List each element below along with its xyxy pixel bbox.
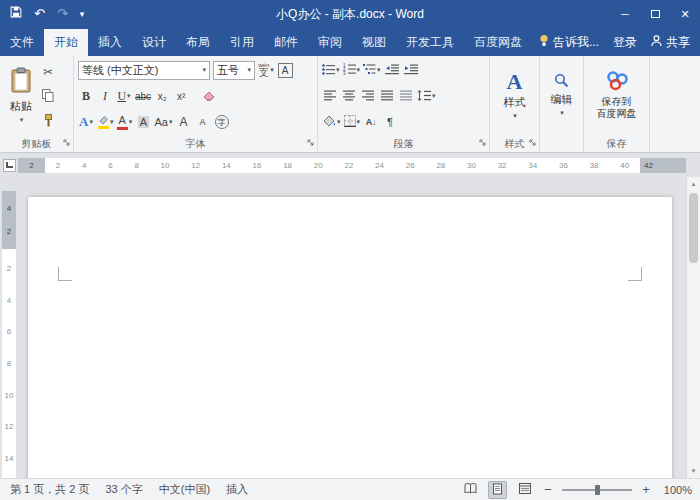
tab-审阅[interactable]: 审阅: [308, 29, 352, 56]
italic-button[interactable]: I: [97, 86, 113, 107]
font-color-dropdown-icon[interactable]: ▾: [129, 118, 133, 126]
character-border-button[interactable]: A: [277, 60, 293, 81]
font-name-dropdown-icon[interactable]: ▾: [202, 66, 206, 74]
bullets-button[interactable]: ▾: [322, 60, 340, 81]
paragraph-dialog-launcher[interactable]: [479, 136, 486, 150]
borders-dropdown-icon[interactable]: ▾: [357, 118, 361, 126]
styles-dropdown-icon[interactable]: ▾: [513, 112, 517, 120]
editing-dropdown-icon[interactable]: ▾: [560, 109, 564, 117]
font-size-dropdown-icon[interactable]: ▾: [247, 66, 251, 74]
align-center-button[interactable]: [341, 86, 357, 107]
grow-font-button[interactable]: A: [176, 112, 192, 133]
editing-button[interactable]: 编辑 ▾: [542, 57, 581, 133]
read-mode-button[interactable]: [461, 481, 480, 499]
word-count[interactable]: 33 个字: [105, 482, 142, 497]
font-name-combo[interactable]: 等线 (中文正文) ▾: [78, 61, 210, 80]
text-effects-dropdown-icon[interactable]: ▾: [89, 118, 93, 126]
bold-button[interactable]: B: [78, 86, 94, 107]
zoom-in-button[interactable]: +: [640, 482, 652, 497]
zoom-level[interactable]: 100%: [660, 484, 692, 496]
show-hide-marks-button[interactable]: ¶: [382, 112, 398, 133]
save-to-baidu-button[interactable]: 保存到 百度网盘: [586, 57, 647, 133]
scrollbar-thumb[interactable]: [689, 193, 698, 263]
scroll-up-button[interactable]: ▲: [687, 177, 700, 191]
underline-dropdown-icon[interactable]: ▾: [127, 92, 131, 100]
subscript-button[interactable]: x₂: [154, 86, 170, 107]
tell-me-button[interactable]: 告诉我...: [539, 34, 599, 51]
styles-button[interactable]: A 样式 ▾: [492, 57, 537, 133]
redo-icon[interactable]: ↷: [57, 0, 68, 28]
clear-formatting-button[interactable]: [200, 86, 216, 107]
font-dialog-launcher[interactable]: [307, 136, 314, 150]
save-icon[interactable]: [10, 0, 22, 28]
copy-button[interactable]: [40, 86, 56, 107]
paste-button[interactable]: 粘贴 ▾: [2, 57, 40, 133]
tab-设计[interactable]: 设计: [132, 29, 176, 56]
change-case-dropdown-icon[interactable]: ▾: [169, 118, 173, 126]
tab-开始[interactable]: 开始: [44, 29, 88, 56]
scroll-down-button[interactable]: ▼: [687, 464, 700, 478]
tab-邮件[interactable]: 邮件: [264, 29, 308, 56]
tab-百度网盘[interactable]: 百度网盘: [464, 29, 532, 56]
tab-视图[interactable]: 视图: [352, 29, 396, 56]
zoom-out-button[interactable]: −: [542, 482, 554, 497]
phonetic-guide-button[interactable]: wén 文 ▾: [258, 60, 274, 81]
print-layout-button[interactable]: [488, 481, 507, 499]
clipboard-dialog-launcher[interactable]: [63, 136, 70, 150]
align-right-button[interactable]: [360, 86, 376, 107]
text-effects-button[interactable]: A ▾: [78, 112, 94, 133]
tab-引用[interactable]: 引用: [220, 29, 264, 56]
underline-button[interactable]: U ▾: [116, 86, 132, 107]
increase-indent-button[interactable]: [403, 60, 419, 81]
language-indicator[interactable]: 中文(中国): [159, 482, 210, 497]
qat-customize-icon[interactable]: ▾: [80, 0, 85, 28]
page-indicator[interactable]: 第 1 页，共 2 页: [10, 482, 89, 497]
distribute-button[interactable]: [398, 86, 414, 107]
align-left-button[interactable]: [322, 86, 338, 107]
maximize-button[interactable]: [640, 0, 670, 28]
line-spacing-button[interactable]: ▾: [417, 86, 436, 107]
numbering-dropdown-icon[interactable]: ▾: [357, 66, 361, 74]
change-case-button[interactable]: Aa ▾: [155, 112, 173, 133]
phonetic-dropdown-icon[interactable]: ▾: [270, 66, 274, 74]
strikethrough-button[interactable]: abc: [135, 86, 151, 107]
cut-button[interactable]: ✂: [40, 61, 56, 82]
font-color-button[interactable]: A ▾: [117, 112, 133, 133]
enclose-characters-button[interactable]: 字: [214, 112, 230, 133]
close-button[interactable]: ✕: [670, 0, 700, 28]
tab-开发工具[interactable]: 开发工具: [396, 29, 464, 56]
tab-布局[interactable]: 布局: [176, 29, 220, 56]
multilevel-list-button[interactable]: ▾: [363, 60, 381, 81]
insert-mode-indicator[interactable]: 插入: [226, 482, 248, 497]
paste-dropdown-icon[interactable]: ▾: [20, 116, 24, 124]
line-spacing-dropdown-icon[interactable]: ▾: [432, 92, 436, 100]
login-button[interactable]: 登录: [613, 34, 637, 51]
tab-插入[interactable]: 插入: [88, 29, 132, 56]
borders-button[interactable]: ▾: [344, 112, 361, 133]
bullets-dropdown-icon[interactable]: ▾: [336, 66, 340, 74]
superscript-button[interactable]: x²: [173, 86, 189, 107]
font-size-combo[interactable]: 五号 ▾: [213, 61, 255, 80]
highlight-button[interactable]: ▾: [97, 112, 114, 133]
character-shading-button[interactable]: A: [136, 112, 152, 133]
justify-button[interactable]: [379, 86, 395, 107]
shrink-font-button[interactable]: A: [195, 112, 211, 133]
share-button[interactable]: 共享: [651, 34, 690, 51]
minimize-button[interactable]: ─: [610, 0, 640, 28]
horizontal-ruler[interactable]: 2 246810121416182022242628303234363840 4…: [18, 158, 686, 173]
undo-icon[interactable]: ↶: [34, 0, 45, 28]
sort-button[interactable]: A↓: [363, 112, 379, 133]
shading-button[interactable]: ▾: [322, 112, 341, 133]
tab-file[interactable]: 文件: [0, 29, 44, 56]
tab-selector[interactable]: [0, 159, 18, 172]
format-painter-button[interactable]: [40, 111, 56, 132]
multilevel-dropdown-icon[interactable]: ▾: [377, 66, 381, 74]
vertical-scrollbar[interactable]: ▲ ▼: [686, 177, 700, 478]
zoom-slider-thumb[interactable]: [595, 485, 600, 495]
decrease-indent-button[interactable]: [384, 60, 400, 81]
vertical-ruler[interactable]: 42 2468101214: [0, 177, 18, 478]
numbering-button[interactable]: 123 ▾: [343, 60, 361, 81]
document-page[interactable]: [28, 197, 672, 478]
styles-dialog-launcher[interactable]: [529, 136, 536, 150]
highlight-dropdown-icon[interactable]: ▾: [110, 118, 114, 126]
